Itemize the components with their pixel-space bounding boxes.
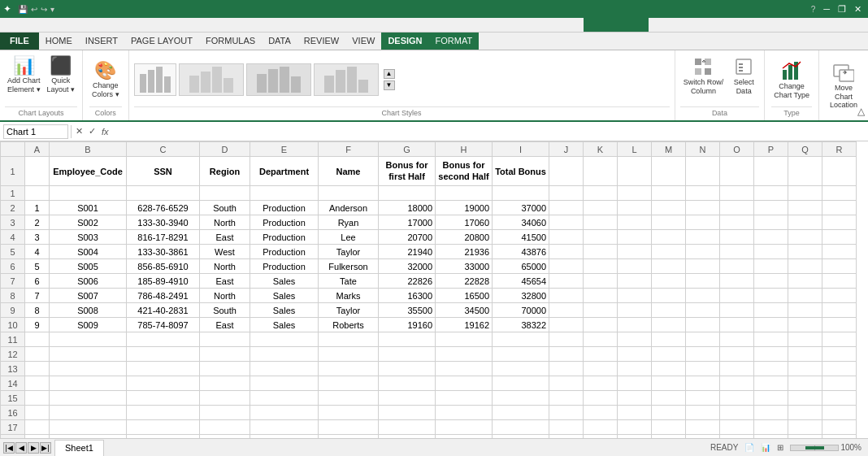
cell-C2[interactable]: 628-76-6529 <box>127 201 200 215</box>
cell-L12[interactable] <box>618 347 652 362</box>
cell-G15[interactable] <box>379 391 436 406</box>
cell-G1[interactable] <box>379 186 436 201</box>
cell-D6[interactable]: North <box>200 259 250 274</box>
tab-home[interactable]: HOME <box>39 32 79 50</box>
cell-D14[interactable] <box>200 376 250 391</box>
cell-I6[interactable]: 65000 <box>493 259 549 274</box>
cell-F10[interactable]: Roberts <box>319 318 379 332</box>
cell-P4[interactable] <box>754 230 788 245</box>
select-data-btn[interactable]: SelectData <box>728 54 759 98</box>
first-sheet-btn[interactable]: |◀ <box>3 442 15 454</box>
tab-review[interactable]: REVIEW <box>297 32 345 50</box>
cell-P9[interactable] <box>754 303 788 318</box>
cell-E12[interactable] <box>250 347 319 362</box>
cell-F3[interactable]: Ryan <box>319 215 379 230</box>
cell-N14[interactable] <box>686 376 720 391</box>
grid-wrapper[interactable]: A B C D E F G H I J K L M N O P Q <box>0 141 868 438</box>
cell-N13[interactable] <box>686 362 720 376</box>
customize-quickaccess-icon[interactable]: ▾ <box>50 5 54 14</box>
cell-P1[interactable] <box>754 157 788 186</box>
cell-J2[interactable] <box>549 201 584 215</box>
tab-format[interactable]: FORMAT <box>429 32 480 50</box>
next-sheet-btn[interactable]: ▶ <box>28 442 39 454</box>
cell-A18[interactable] <box>25 435 50 439</box>
cell-C15[interactable] <box>127 391 200 406</box>
cell-A15[interactable] <box>25 391 50 406</box>
cell-C11[interactable] <box>127 332 200 347</box>
cell-C5[interactable]: 133-30-3861 <box>127 245 200 259</box>
cell-H7[interactable]: 22828 <box>436 274 493 289</box>
cell-M3[interactable] <box>652 215 686 230</box>
cell-I4[interactable]: 41500 <box>493 230 549 245</box>
cell-Q5[interactable] <box>788 245 822 259</box>
cell-O8[interactable] <box>720 289 754 303</box>
cell-G17[interactable] <box>379 420 436 435</box>
cell-I3[interactable]: 34060 <box>493 215 549 230</box>
cell-O7[interactable] <box>720 274 754 289</box>
cell-M17[interactable] <box>652 420 686 435</box>
restore-btn[interactable]: ❐ <box>835 4 849 15</box>
cell-L1[interactable] <box>618 157 652 186</box>
cell-B14[interactable] <box>50 376 127 391</box>
fx-icon[interactable]: fx <box>100 127 111 137</box>
cell-E14[interactable] <box>250 376 319 391</box>
cell-R3[interactable] <box>822 215 857 230</box>
cell-F12[interactable] <box>319 347 379 362</box>
cell-L14[interactable] <box>618 376 652 391</box>
cell-O12[interactable] <box>720 347 754 362</box>
cell-L4[interactable] <box>618 230 652 245</box>
cell-A8[interactable]: 7 <box>25 289 50 303</box>
cell-I8[interactable]: 32800 <box>493 289 549 303</box>
cell-O13[interactable] <box>720 362 754 376</box>
cancel-formula-icon[interactable]: ✕ <box>74 126 85 137</box>
change-chart-type-btn[interactable]: ChangeChart Type <box>771 54 812 105</box>
cell-F9[interactable]: Taylor <box>319 303 379 318</box>
tab-view[interactable]: VIEW <box>345 32 381 50</box>
cell-O5[interactable] <box>720 245 754 259</box>
cell-L5[interactable] <box>618 245 652 259</box>
cell-G14[interactable] <box>379 376 436 391</box>
cell-I18[interactable] <box>493 435 549 439</box>
cell-R17[interactable] <box>822 420 857 435</box>
cell-Q1[interactable] <box>788 157 822 186</box>
cell-A12[interactable] <box>25 347 50 362</box>
cell-K2[interactable] <box>584 201 618 215</box>
cell-F2[interactable]: Anderson <box>319 201 379 215</box>
cell-O3[interactable] <box>720 215 754 230</box>
undo-icon[interactable]: ↩ <box>31 5 37 14</box>
cell-H17[interactable] <box>436 420 493 435</box>
cell-K13[interactable] <box>584 362 618 376</box>
cell-Q3[interactable] <box>788 215 822 230</box>
cell-B15[interactable] <box>50 391 127 406</box>
cell-I10[interactable]: 38322 <box>493 318 549 332</box>
cell-R2[interactable] <box>822 201 857 215</box>
cell-N7[interactable] <box>686 274 720 289</box>
cell-N8[interactable] <box>686 289 720 303</box>
switch-row-col-btn[interactable]: Switch Row/Column <box>680 54 727 98</box>
cell-J14[interactable] <box>549 376 584 391</box>
cell-R16[interactable] <box>822 406 857 420</box>
cell-F16[interactable] <box>319 406 379 420</box>
cell-N1[interactable] <box>686 186 720 201</box>
cell-M11[interactable] <box>652 332 686 347</box>
cell-F5[interactable]: Taylor <box>319 245 379 259</box>
cell-A1[interactable] <box>25 186 50 201</box>
cell-C18[interactable] <box>127 435 200 439</box>
cell-R4[interactable] <box>822 230 857 245</box>
cell-N4[interactable] <box>686 230 720 245</box>
cell-B18[interactable] <box>50 435 127 439</box>
cell-J10[interactable] <box>549 318 584 332</box>
cell-I11[interactable] <box>493 332 549 347</box>
help-icon[interactable]: ? <box>808 5 819 14</box>
cell-D17[interactable] <box>200 420 250 435</box>
cell-H8[interactable]: 16500 <box>436 289 493 303</box>
cell-D5[interactable]: West <box>200 245 250 259</box>
cell-M9[interactable] <box>652 303 686 318</box>
cell-D10[interactable]: East <box>200 318 250 332</box>
cell-H1[interactable] <box>436 186 493 201</box>
cell-Q9[interactable] <box>788 303 822 318</box>
cell-D1[interactable]: Region <box>200 157 250 186</box>
cell-B10[interactable]: S009 <box>50 318 127 332</box>
cell-G4[interactable]: 20700 <box>379 230 436 245</box>
cell-F8[interactable]: Marks <box>319 289 379 303</box>
